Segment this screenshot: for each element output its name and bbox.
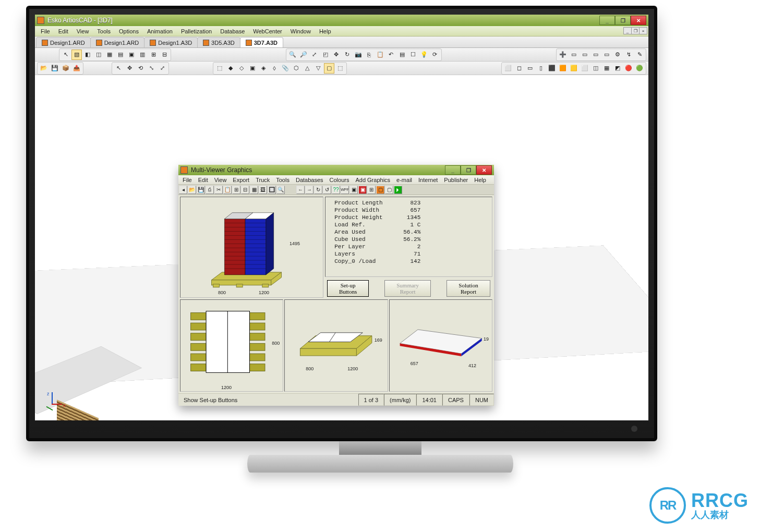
menu-webcenter[interactable]: WebCenter [249, 27, 285, 35]
select-icon[interactable]: ↖ [113, 63, 124, 74]
mv-titlebar[interactable]: Multi-Viewer Graphics _ ❐ ✕ [178, 165, 494, 175]
view-icon[interactable]: 🟢 [634, 63, 645, 74]
mv-refresh-icon[interactable]: ↻ [314, 186, 322, 194]
tab-3d5-a3d[interactable]: 3D5.A3D [197, 37, 240, 47]
app-titlebar[interactable]: Esko ArtiosCAD - [3D7] _ ❐ ✕ [35, 15, 648, 26]
mv-tool-icon[interactable]: ▢ [385, 186, 393, 194]
zoom-window-icon[interactable]: ◰ [320, 50, 331, 60]
mv-menu-truck[interactable]: Truck [252, 176, 273, 184]
view-iso-icon[interactable]: ⬜ [503, 63, 513, 74]
tool-icon[interactable]: ▤ [115, 50, 126, 60]
tool-icon[interactable]: ▭ [590, 50, 601, 60]
menu-palletization[interactable]: Palletization [177, 27, 215, 35]
mv-tool-icon[interactable]: 🖼 [259, 186, 267, 194]
menu-tools[interactable]: Tools [93, 27, 114, 35]
mv-prev-icon[interactable]: ← [296, 186, 305, 194]
mdi-close-button[interactable]: × [639, 27, 647, 34]
tool-icon[interactable]: ⬚ [214, 63, 225, 74]
tool-icon[interactable]: ◊ [269, 63, 280, 74]
open-icon[interactable]: 📂 [39, 63, 49, 74]
mv-tool-icon[interactable]: ▣ [358, 186, 367, 194]
menu-window[interactable]: Window [287, 27, 315, 35]
mv-save-icon[interactable]: 💾 [197, 186, 205, 194]
mv-zoom-icon[interactable]: 🔍 [276, 186, 285, 194]
setup-buttons-button[interactable]: Set-up Buttons [327, 280, 369, 297]
tool-icon[interactable]: ⊞ [148, 50, 159, 60]
box-icon[interactable]: 📦 [61, 63, 71, 74]
mv-tool-icon[interactable]: ↺ [323, 186, 331, 194]
attach-icon[interactable]: 📎 [280, 63, 291, 74]
mv-maximize-button[interactable]: ❐ [461, 165, 476, 175]
tab-3d7-a3d[interactable]: 3D7.A3D [240, 37, 283, 47]
pan-icon[interactable]: ✥ [331, 50, 342, 60]
tool-icon[interactable]: ◆ [225, 63, 236, 74]
undo-icon[interactable]: ↶ [386, 50, 396, 60]
mv-menu-edit[interactable]: Edit [195, 176, 211, 184]
save-icon[interactable]: 💾 [50, 63, 60, 74]
tool-icon[interactable]: ◧ [82, 50, 93, 60]
mv-tool-icon[interactable]: 🔲 [268, 186, 276, 194]
view-icon[interactable]: ◫ [590, 63, 601, 74]
mv-item-view[interactable]: 657 412 19 [389, 299, 492, 392]
close-button[interactable]: ✕ [631, 16, 646, 25]
summary-report-button[interactable]: Summary Report [384, 280, 431, 297]
mv-menu-internet[interactable]: Internet [415, 176, 441, 184]
mv-menu-tools[interactable]: Tools [273, 176, 293, 184]
menu-options[interactable]: Options [115, 27, 142, 35]
mv-menu-databases[interactable]: Databases [293, 176, 327, 184]
tab-design1-ard-2[interactable]: Design1.ARD [90, 37, 145, 47]
mv-back-icon[interactable]: ◂ [179, 186, 187, 194]
3d-viewport[interactable]: z x Multi-Viewer Graphics _ ❐ ✕ [35, 75, 648, 420]
mv-tool-icon[interactable]: ▢ [376, 186, 384, 194]
mv-menu-help[interactable]: Help [471, 176, 489, 184]
mdi-minimize-button[interactable]: _ [623, 27, 632, 34]
tool-icon[interactable]: ▭ [601, 50, 612, 60]
export-icon[interactable]: 📤 [71, 63, 82, 74]
tool-icon[interactable]: ▭ [569, 50, 579, 60]
view-icon[interactable]: ⬜ [580, 63, 590, 74]
tool-icon[interactable]: ⤡ [146, 63, 156, 74]
tool-icon[interactable]: ▦ [104, 50, 115, 60]
tool-icon[interactable]: ▥ [137, 50, 148, 60]
rotate-icon[interactable]: ↻ [342, 50, 353, 60]
menu-view[interactable]: View [73, 27, 93, 35]
tool-icon[interactable]: ▽ [313, 63, 323, 74]
mv-menu-file[interactable]: File [179, 176, 195, 184]
refresh-icon[interactable]: ⟳ [430, 50, 440, 60]
tool-icon[interactable]: ↯ [623, 50, 634, 60]
tool-icon[interactable]: ▣ [247, 63, 258, 74]
mv-menu-view[interactable]: View [211, 176, 230, 184]
tool-icon[interactable]: △ [302, 63, 312, 74]
mv-tool-icon[interactable]: 📋 [223, 186, 232, 194]
view-icon[interactable]: 🟧 [558, 63, 568, 74]
mv-minimize-button[interactable]: _ [445, 165, 461, 175]
zoom-in-icon[interactable]: 🔍 [287, 50, 298, 60]
tool-icon[interactable]: ◫ [93, 50, 104, 60]
move-icon[interactable]: ✥ [124, 63, 135, 74]
mv-tool-icon[interactable]: ⊟ [241, 186, 249, 194]
tab-design1-ard[interactable]: Design1.ARD [36, 37, 91, 47]
paste-icon[interactable]: 📋 [375, 50, 385, 60]
menu-help[interactable]: Help [316, 27, 335, 35]
tool-icon[interactable]: ▣ [126, 50, 137, 60]
view-front-icon[interactable]: ◻ [514, 63, 524, 74]
properties-icon[interactable]: ☐ [408, 50, 418, 60]
tool-icon[interactable]: ⊟ [159, 50, 170, 60]
camera-icon[interactable]: 📷 [353, 50, 364, 60]
layers-icon[interactable]: ▤ [397, 50, 407, 60]
view-icon[interactable]: 🟨 [569, 63, 579, 74]
solution-report-button[interactable]: Solution Report [447, 280, 490, 297]
view-side-icon[interactable]: ▯ [536, 63, 546, 74]
mv-tool-icon[interactable]: ✂ [214, 186, 223, 194]
mv-tool-icon[interactable]: ▦ [250, 186, 258, 194]
tool-icon[interactable]: ⬡ [291, 63, 301, 74]
rotate-icon[interactable]: ⟲ [135, 63, 146, 74]
multiviewer-window[interactable]: Multi-Viewer Graphics _ ❐ ✕ File Edit Vi… [178, 165, 494, 406]
mv-menu-publisher[interactable]: Publisher [441, 176, 471, 184]
maximize-button[interactable]: ❐ [615, 16, 631, 25]
tool-icon[interactable]: ⬚ [335, 63, 345, 74]
mv-menu-email[interactable]: e-mail [393, 176, 415, 184]
tool-icon[interactable]: ⤢ [157, 63, 167, 74]
view-icon[interactable]: ⬛ [547, 63, 557, 74]
mv-menu-addgraphics[interactable]: Add Graphics [352, 176, 393, 184]
